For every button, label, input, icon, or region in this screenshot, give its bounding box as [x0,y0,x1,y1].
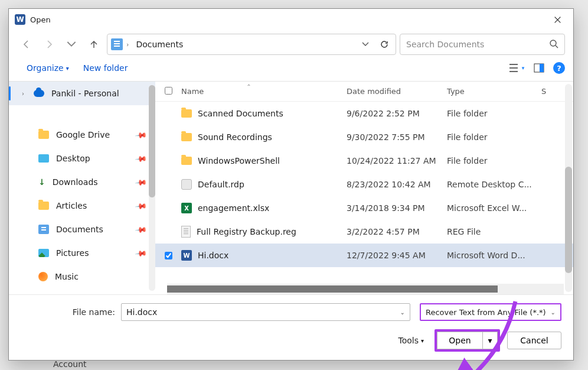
sidebar-item-documents[interactable]: Documents📌 [9,218,155,241]
organize-dropdown[interactable]: Organize▾ [27,63,69,73]
file-row[interactable]: Full Registry Backup.reg3/2/2022 4:57 PM… [155,220,573,244]
pin-icon: 📌 [135,199,148,212]
col-type[interactable]: Type [447,87,541,96]
file-name: Scanned Documents [198,109,283,118]
sidebar-item-downloads[interactable]: ↓Downloads📌 [9,170,155,194]
sidebar-item-articles[interactable]: Articles📌 [9,194,155,218]
close-button[interactable] [544,9,571,30]
download-icon: ↓ [38,177,45,187]
breadcrumb-documents[interactable]: Documents [132,37,187,51]
file-date: 8/23/2022 10:42 AM [347,180,447,189]
new-folder-button[interactable]: New folder [83,63,128,73]
chevron-down-icon: ⌄ [551,309,556,316]
file-row[interactable]: WHi.docx12/7/2022 9:45 AMMicrosoft Word … [155,244,573,267]
nav-bar: › Documents [9,30,573,59]
file-row[interactable]: Default.rdp8/23/2022 10:42 AMRemote Desk… [155,173,573,196]
sidebar-item-desktop[interactable]: Desktop📌 [9,147,155,170]
sidebar-item-onedrive[interactable]: › Pankil - Personal [9,82,155,105]
file-date: 3/14/2018 9:34 PM [347,203,447,213]
search-box[interactable] [400,34,565,55]
sidebar-scrollbar[interactable] [149,85,155,291]
file-date: 9/6/2022 2:52 PM [347,109,447,118]
documents-icon [38,225,49,234]
close-icon [554,16,561,24]
row-checkbox[interactable] [165,252,172,259]
file-date: 10/24/2022 11:27 AM [347,156,447,165]
tools-dropdown[interactable]: Tools▾ [398,336,424,345]
sidebar-item-googledrive[interactable]: Google Drive📌 [9,123,155,147]
search-input[interactable] [406,40,545,49]
pin-icon: 📌 [135,128,148,141]
svg-point-0 [550,40,556,46]
pin-icon: 📌 [135,176,148,189]
open-dialog: W Open › Documents Organize▾ New folder … [8,8,574,361]
chevron-right-icon: › [126,41,129,48]
horizontal-scrollbar[interactable] [167,284,564,294]
up-button[interactable] [84,35,103,54]
svg-rect-2 [540,64,544,72]
cancel-button[interactable]: Cancel [507,332,561,349]
file-date: 3/2/2022 4:57 PM [347,227,447,236]
sidebar-label: Pankil - Personal [51,89,119,98]
file-row[interactable]: WindowsPowerShell10/24/2022 11:27 AMFile… [155,149,573,173]
file-row[interactable]: Scanned Documents9/6/2022 2:52 PMFile fo… [155,102,573,125]
preview-pane-button[interactable] [531,60,547,76]
chevron-down-icon: ⌄ [400,309,405,316]
file-name: WindowsPowerShell [198,156,280,165]
open-button[interactable]: Open [437,332,483,349]
address-bar[interactable]: › Documents [107,34,396,55]
folder-icon [38,131,49,139]
cloud-icon [34,90,44,97]
file-row[interactable]: Sound Recordings9/30/2022 7:55 PMFile fo… [155,125,573,149]
open-split-button[interactable]: ▾ [483,332,498,349]
pictures-icon [38,249,49,257]
file-name: engagement.xlsx [198,203,269,213]
sidebar-item-music[interactable]: Music [9,265,155,288]
forward-button[interactable] [40,35,58,54]
filename-label: File name: [21,307,115,317]
file-row[interactable]: Xengagement.xlsx3/14/2018 9:34 PMMicroso… [155,196,573,220]
pin-icon: 📌 [135,246,148,259]
titlebar: W Open [9,9,573,30]
vertical-scrollbar[interactable] [565,84,572,292]
reg-file-icon [181,226,191,238]
pin-icon: 📌 [135,223,148,236]
music-icon [38,272,48,281]
behind-account-label: Account [53,359,87,369]
documents-folder-icon [111,38,123,50]
col-size[interactable]: S [541,87,546,96]
desktop-icon [38,154,49,163]
help-button[interactable]: ? [553,62,565,74]
file-name: Hi.docx [198,251,228,260]
col-date[interactable]: Date modified [347,87,447,96]
folder-icon [181,133,192,141]
sidebar-item-pictures[interactable]: Pictures📌 [9,241,155,265]
back-button[interactable] [17,35,36,54]
file-date: 9/30/2022 7:55 PM [347,132,447,142]
address-dropdown[interactable] [358,37,373,52]
file-type: Microsoft Excel W... [447,203,541,213]
word-file-icon: W [181,250,192,261]
folder-icon [38,202,49,210]
filename-value: Hi.docx [126,307,157,317]
folder-icon [181,109,192,118]
file-type: REG File [447,227,541,236]
dialog-footer: File name: Hi.docx ⌄ Recover Text from A… [9,294,573,360]
filename-combo[interactable]: Hi.docx ⌄ [121,303,410,321]
file-type: File folder [447,156,541,165]
view-mode-dropdown[interactable]: ▾ [508,60,525,76]
select-all-checkbox[interactable] [165,87,172,95]
col-name[interactable]: Name⌃ [181,87,347,96]
file-type: Microsoft Word D... [447,251,541,260]
refresh-button[interactable] [377,37,392,52]
file-date: 12/7/2022 9:45 AM [347,251,447,260]
file-type: File folder [447,132,541,142]
file-type: File folder [447,109,541,118]
file-name: Default.rdp [198,180,244,189]
recent-dropdown[interactable] [62,35,81,54]
dialog-title: Open [30,15,51,24]
column-headers: Name⌃ Date modified Type S [155,82,573,102]
file-type: Remote Desktop C... [447,180,541,189]
folder-icon [181,157,192,165]
filetype-filter-combo[interactable]: Recover Text from Any File (*.*) ⌄ [420,303,561,321]
